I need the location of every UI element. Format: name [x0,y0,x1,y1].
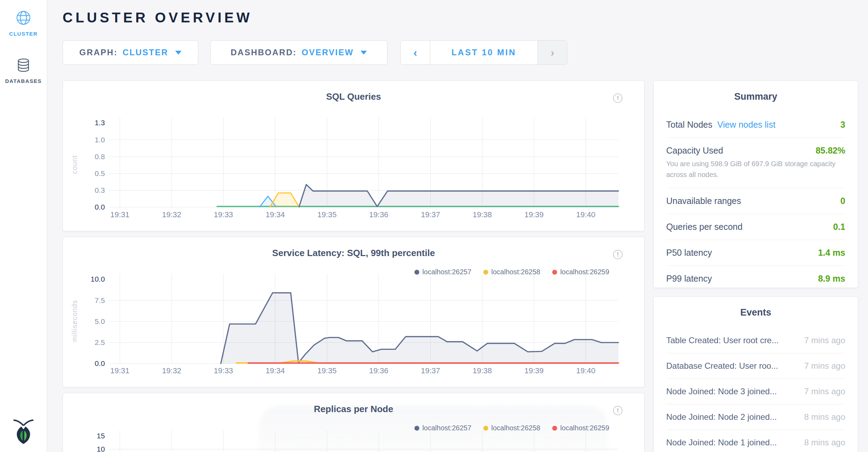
dashboard-controls: GRAPH: CLUSTER DASHBOARD: OVERVIEW ‹ LAS… [63,40,858,65]
svg-text:5.0: 5.0 [95,317,105,325]
info-icon[interactable]: ! [613,250,622,259]
legend-label: localhost:26259 [560,424,609,432]
page-title: CLUSTER OVERVIEW [63,9,858,26]
sidebar-item-label: DATABASES [5,78,42,84]
chevron-down-icon [175,51,182,55]
svg-text:19:36: 19:36 [369,210,388,219]
event-row: Node Joined: Node 2 joined... 8 mins ago [666,404,845,430]
event-row: Node Joined: Node 3 joined... 7 mins ago [666,379,845,404]
svg-text:19:40: 19:40 [576,210,596,219]
svg-text:1.0: 1.0 [95,136,105,144]
legend-item: localhost:26257 [414,268,471,276]
legend-label: localhost:26258 [491,424,540,432]
svg-text:10.0: 10.0 [91,275,105,283]
summary-row-capacity: Capacity Used 85.82% You are using 598.9… [666,138,845,188]
svg-text:19:36: 19:36 [369,366,388,375]
event-row: Node Joined: Node 1 joined... 8 mins ago [666,430,845,452]
event-row: Table Created: User root cre... 7 mins a… [666,328,845,353]
service-latency-plot[interactable]: 10.07.55.02.50.0milliseconds19:3119:3219… [63,237,644,387]
database-icon [15,57,31,73]
chart-title: Replicas per Node [63,393,644,415]
info-icon[interactable]: ! [613,93,622,103]
summary-row-p99-latency: P99 latency 8.9 ms [666,266,845,288]
graph-dropdown[interactable]: GRAPH: CLUSTER [63,40,198,65]
svg-text:19:37: 19:37 [421,366,440,375]
main-content: CLUSTER OVERVIEW GRAPH: CLUSTER DASHBOAR… [47,0,868,452]
chevron-down-icon [361,51,367,55]
sidebar-item-databases[interactable]: DATABASES [5,57,42,84]
chart-title: Service Latency: SQL, 99th percentile [63,237,644,259]
sidebar: CLUSTER DATABASES [0,0,47,452]
sidebar-item-cluster[interactable]: CLUSTER [9,10,37,37]
events-title: Events [666,297,845,318]
time-next-button[interactable]: › [538,41,567,64]
capacity-used-value: 85.82% [816,146,845,156]
capacity-caption: You are using 598.9 GiB of 697.9 GiB sto… [666,158,845,180]
event-row: Database Created: User roo... 7 mins ago [666,353,845,379]
summary-title: Summary [666,81,845,102]
info-icon[interactable]: ! [613,406,622,415]
svg-text:19:33: 19:33 [214,210,233,219]
legend-label: localhost:26257 [422,268,471,276]
svg-text:19:38: 19:38 [472,366,492,375]
svg-text:7.5: 7.5 [95,296,105,304]
cockroach-bug-icon [12,418,35,445]
summary-row-unavailable-ranges: Unavailable ranges 0 [666,188,845,214]
service-latency-chart-card: Service Latency: SQL, 99th percentile ! … [63,237,645,387]
svg-text:19:39: 19:39 [525,366,544,375]
time-range-value[interactable]: LAST 10 MIN [430,41,538,64]
chart-legend: localhost:26257localhost:26258localhost:… [414,424,609,432]
legend-dot-icon [483,270,488,275]
capacity-used-label: Capacity Used [666,146,723,156]
legend-label: localhost:26257 [422,424,471,432]
svg-text:15: 15 [97,432,105,440]
legend-dot-icon [483,426,488,431]
time-prev-button[interactable]: ‹ [401,41,430,64]
svg-text:milliseconds: milliseconds [71,300,78,342]
graph-dropdown-label: GRAPH: [79,48,118,57]
dashboard-dropdown-value: OVERVIEW [302,48,354,57]
legend-item: localhost:26259 [552,424,609,432]
svg-text:19:32: 19:32 [162,210,181,219]
svg-text:19:35: 19:35 [317,366,336,375]
svg-text:10: 10 [97,445,105,452]
legend-item: localhost:26258 [483,268,540,276]
summary-row-p50-latency: P50 latency 1.4 ms [666,240,845,266]
svg-text:0.0: 0.0 [95,203,105,211]
svg-text:0.0: 0.0 [95,359,105,367]
legend-item: localhost:26257 [414,424,471,432]
legend-item: localhost:26259 [552,268,609,276]
chart-title: SQL Queries [63,81,644,102]
svg-text:19:31: 19:31 [110,210,129,219]
svg-text:1.3: 1.3 [95,119,105,127]
view-nodes-list-link[interactable]: View nodes list [717,120,775,129]
time-range-control: ‹ LAST 10 MIN › [400,40,567,65]
svg-text:0.8: 0.8 [95,153,105,161]
legend-dot-icon [552,426,557,431]
svg-text:19:40: 19:40 [576,366,596,375]
cluster-overview-page: CLUSTER DATABASES [0,0,868,452]
svg-text:19:37: 19:37 [421,210,440,219]
dashboard-dropdown-label: DASHBOARD: [231,48,297,57]
sidebar-item-label: CLUSTER [9,31,37,37]
svg-text:19:32: 19:32 [162,366,181,375]
legend-dot-icon [552,270,557,275]
svg-text:19:34: 19:34 [265,366,285,375]
sql-queries-chart-card: SQL Queries ! 1.31.00.80.50.30.0count19:… [63,80,645,231]
chart-legend: localhost:26257localhost:26258localhost:… [414,268,609,276]
right-column: Summary Total NodesView nodes list 3 Cap… [653,80,858,452]
svg-text:19:31: 19:31 [110,366,129,375]
legend-dot-icon [414,426,419,431]
svg-text:19:39: 19:39 [525,210,544,219]
events-panel: Events Table Created: User root cre... 7… [653,296,858,452]
sql-queries-plot[interactable]: 1.31.00.80.50.30.0count19:3119:3219:3319… [63,81,644,231]
summary-panel: Summary Total NodesView nodes list 3 Cap… [653,80,858,288]
summary-row-total-nodes: Total NodesView nodes list 3 [666,112,845,138]
total-nodes-label: Total NodesView nodes list [666,120,775,130]
charts-column: SQL Queries ! 1.31.00.80.50.30.0count19:… [63,80,645,452]
svg-text:2.5: 2.5 [95,338,105,346]
legend-dot-icon [414,270,419,275]
dashboard-dropdown[interactable]: DASHBOARD: OVERVIEW [210,40,387,65]
globe-icon [15,10,31,26]
svg-text:0.3: 0.3 [95,186,105,194]
